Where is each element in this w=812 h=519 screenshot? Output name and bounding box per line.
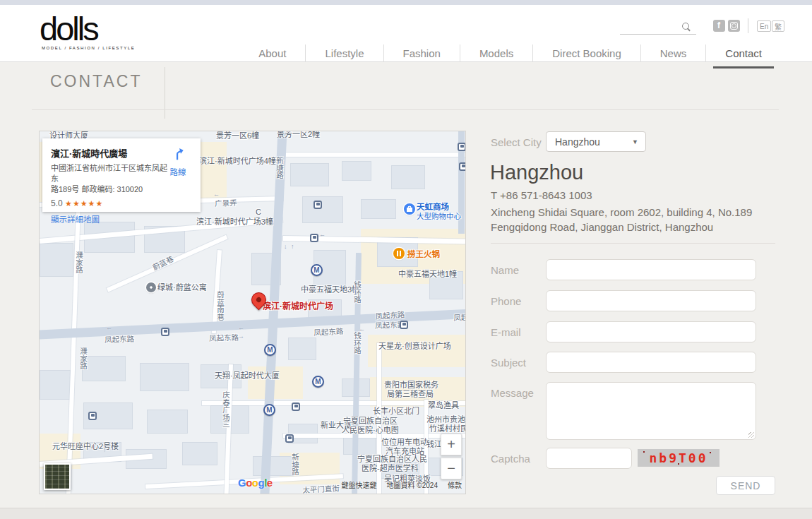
map-label: 天虹商场 [417,203,449,212]
nav-item-lifestyle[interactable]: Lifestyle [305,44,383,62]
google-logo-letter: e [267,477,273,489]
captcha-field[interactable] [546,448,632,469]
email-field[interactable] [546,321,756,342]
bus-stop-icon[interactable] [314,201,322,209]
directions-button[interactable]: 路線 [164,146,192,177]
road-direction-arrow: ↑ [291,243,294,250]
map-building [40,370,71,400]
map-info-card: 濱江·新城時代廣場 中國浙江省杭州市江干区城东凤起东 路189号 邮政编码: 3… [42,138,201,212]
google-logo-letter: o [246,477,252,489]
nav-item-contact[interactable]: Contact [705,44,781,62]
subject-field[interactable] [546,352,756,373]
map-label: 蔚蓝南巷 [216,291,225,321]
select-city-label: Select City [491,136,542,148]
phone-label: Phone [491,295,521,307]
map-road-main [260,131,287,494]
metro-station-icon[interactable]: M [311,264,323,276]
language-en-button[interactable]: En [757,20,771,32]
map-building [290,163,329,186]
bus-stop-icon[interactable] [459,162,466,171]
road-direction-arrow: ← [213,191,220,198]
map-building [343,435,376,455]
bus-stop-icon[interactable] [310,234,318,242]
bus-stop-icon[interactable] [161,328,169,336]
search-input[interactable] [620,22,682,33]
directions-label: 路線 [164,166,192,177]
metro-station-icon[interactable]: M [312,376,324,388]
bus-stop-icon[interactable] [292,402,300,411]
title-horizontal-rule [32,109,779,110]
main-nav: About Lifestyle Fashion Models Direct Bo… [239,42,781,64]
map-label: 滨江·新城时代广场4幢 [199,157,276,166]
search-icon[interactable] [682,23,691,32]
nav-item-direct-booking[interactable]: Direct Booking [532,44,640,62]
map-building [82,356,126,381]
map-label: 凤起东 [453,312,466,322]
logo-wordmark: dolls [40,13,135,45]
city-select-value: Hangzhou [555,136,632,148]
send-button[interactable]: SEND [716,476,775,495]
google-logo: Google [238,477,273,489]
view-larger-map-link[interactable]: 顯示詳細地圖 [51,213,192,225]
title-vertical-divider [165,67,165,119]
rating-value: 5.0 [51,198,63,208]
email-label: E-mail [491,326,521,338]
map-label: 长丰小区北门 [373,407,419,416]
map-zoom-out-button[interactable]: − [441,458,462,479]
satellite-view-toggle[interactable] [44,463,71,490]
road-direction-arrow: ← [319,231,326,238]
map-label: 滨江·新城时代广场3幢 [196,217,273,227]
name-label: Name [491,264,519,276]
office-address-line1: Xincheng Shidai Square, room 2602, build… [491,206,752,218]
map-card-address: 中國浙江省杭州市江干区城东凤起东 路189号 邮政编码: 310020 [51,163,169,195]
nav-item-models[interactable]: Models [460,44,532,62]
map-label: 濮家路 [79,347,88,370]
google-logo-letter: G [238,477,246,489]
restaurant-poi-icon[interactable] [393,248,405,259]
nav-item-fashion[interactable]: Fashion [383,44,460,62]
bus-stop-icon[interactable] [400,321,408,329]
terms-link[interactable]: 條款 [448,482,462,489]
phone-field[interactable] [546,290,756,311]
google-map[interactable]: ↓↑←←→←→←←↑设计师大厦景芳一区6幢景芳一区2幢滨江·新城时代广场4幢广景… [39,131,466,494]
name-field[interactable] [546,259,756,280]
bus-stop-icon[interactable] [88,412,97,420]
map-building [182,442,217,465]
office-divider [491,243,775,244]
metro-station-icon[interactable]: M [264,344,276,356]
rating-stars: ★★★★★ [65,199,103,208]
map-card-address-line2: 路189号 邮政编码: 310020 [51,185,143,193]
header-divider [748,18,748,33]
logo-tagline: MODEL / FASHION / LIFESTYLE [42,46,135,50]
city-select-dropdown[interactable]: Hangzhou ▼ [546,131,646,152]
map-building [391,165,425,189]
shopping-mall-poi-icon[interactable] [404,203,415,215]
map-label: 中豪五福天地3幢 [301,285,359,294]
contact-page: dolls MODEL / FASHION / LIFESTYLE En 繁 A… [0,0,812,519]
bus-stop-icon[interactable] [285,434,294,443]
map-label: 凤起东路 [209,333,239,343]
map-card-address-line1: 中國浙江省杭州市江干区城东凤起东 [51,164,167,183]
site-logo[interactable]: dolls MODEL / FASHION / LIFESTYLE [40,13,135,50]
apartment-poi-icon[interactable] [146,282,156,292]
bus-stop-icon[interactable] [458,143,466,151]
message-field[interactable] [547,383,756,439]
map-zoom-in-button[interactable]: + [441,434,462,455]
facebook-icon[interactable] [713,20,725,32]
browser-top-strip [0,0,812,5]
nav-item-about[interactable]: About [239,44,305,62]
road-direction-arrow: ← [106,324,112,331]
language-zh-button[interactable]: 繁 [772,20,784,32]
metro-station-icon[interactable]: M [263,404,275,416]
map-label: 濮家路 [75,251,83,274]
map-building [140,363,189,391]
map-label: 宁夏回族自治区 [343,417,398,426]
instagram-icon[interactable] [728,20,740,32]
message-field-wrapper [546,382,756,440]
keyboard-shortcuts-link[interactable]: 鍵盤快速鍵 [342,482,377,489]
map-label: 滨江·新城时代广场 [263,302,333,312]
chevron-down-icon: ▼ [632,138,638,145]
map-label: 凤起东路 [105,335,134,345]
captcha-label: Captcha [491,453,530,465]
nav-item-news[interactable]: News [640,44,706,62]
